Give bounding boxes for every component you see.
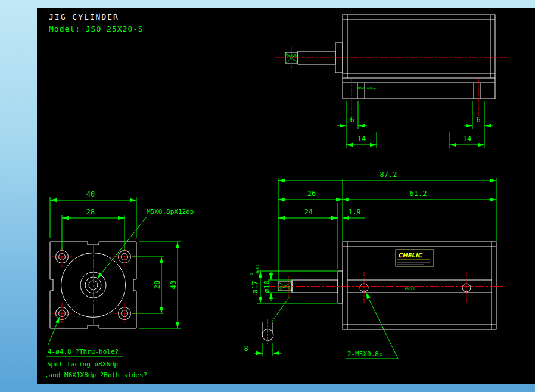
drawing-title: JIG CYLINDER — [49, 13, 119, 21]
dim-dia17: ø17 — [251, 281, 259, 294]
drawing-model: Model: JSO 25X20-S — [49, 24, 144, 33]
dim-24: 24 — [304, 208, 313, 216]
dim-1-9: 1.9 — [348, 208, 361, 216]
dim-28-right: 28 — [153, 281, 161, 289]
dia17-tol-upper: 0 — [249, 273, 253, 275]
tap-label: 2-M5X0.8p — [347, 350, 383, 358]
dim-6-right: 6 — [476, 116, 480, 124]
dia17-tol-lower: -0.05 — [255, 265, 259, 275]
dim-61-2: 61.2 — [410, 189, 427, 198]
rod-thread-label: M5x0.8p — [285, 54, 298, 58]
dim-40-right: 40 — [169, 281, 178, 289]
tap-label: M5X0.8pX12dp — [147, 208, 194, 216]
dim-40-top: 40 — [86, 190, 95, 198]
cad-canvas — [37, 8, 535, 384]
dim-overall: 87.2 — [380, 170, 397, 179]
note-both-sides: ,and M6X1X8dp ?Both sides? — [45, 371, 147, 379]
dim-8: 8 — [244, 344, 248, 353]
dim-dia10: ø10 — [263, 280, 271, 293]
note-thru-hole: 4-ø4.8 ?Thru-hole? — [48, 348, 119, 356]
body-marking: JSO7S — [404, 287, 415, 291]
dim-26: 26 — [307, 189, 316, 198]
note-spot-facing: Spot facing ø8X6dp — [47, 360, 118, 368]
brand-text: CHELIC — [398, 252, 423, 259]
dim-28-top: 28 — [86, 208, 95, 216]
dim-14-right: 14 — [463, 135, 471, 143]
rod-thread-label: M5x0.8p — [279, 285, 291, 290]
dim-6-left: 6 — [350, 116, 354, 124]
cad-drawing: JIG CYLINDER Model: JSO 25X20-S — [0, 0, 535, 392]
port-label: M5x1 0d8dp — [358, 86, 376, 91]
dim-14-left: 14 — [357, 135, 366, 143]
